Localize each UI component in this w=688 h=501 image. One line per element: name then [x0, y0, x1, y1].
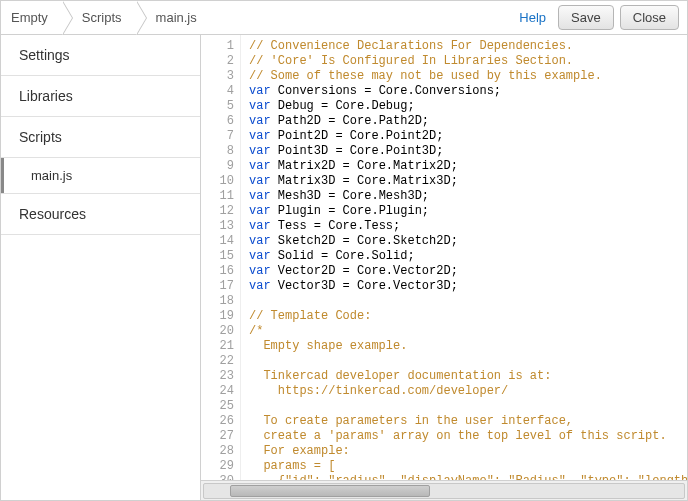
horizontal-scrollbar[interactable] — [201, 480, 687, 500]
line-number: 21 — [201, 339, 234, 354]
body: Settings Libraries Scripts main.js Resou… — [1, 35, 687, 500]
code-line[interactable]: // 'Core' Is Configured In Libraries Sec… — [249, 54, 687, 69]
line-number: 9 — [201, 159, 234, 174]
line-number: 11 — [201, 189, 234, 204]
line-number: 16 — [201, 264, 234, 279]
code-line[interactable]: var Vector3D = Core.Vector3D; — [249, 279, 687, 294]
code-line[interactable]: https://tinkercad.com/developer/ — [249, 384, 687, 399]
line-number: 17 — [201, 279, 234, 294]
code-line[interactable]: var Plugin = Core.Plugin; — [249, 204, 687, 219]
sidebar-item-settings[interactable]: Settings — [1, 35, 200, 76]
code-line[interactable]: var Conversions = Core.Conversions; — [249, 84, 687, 99]
code-line[interactable]: Tinkercad developer documentation is at: — [249, 369, 687, 384]
line-number: 5 — [201, 99, 234, 114]
line-number: 12 — [201, 204, 234, 219]
code-line[interactable]: var Vector2D = Core.Vector2D; — [249, 264, 687, 279]
breadcrumb-item[interactable]: main.js — [136, 1, 211, 34]
code-line[interactable]: var Matrix3D = Core.Matrix3D; — [249, 174, 687, 189]
line-number: 28 — [201, 444, 234, 459]
line-number: 25 — [201, 399, 234, 414]
code-editor: 1234567891011121314151617181920212223242… — [201, 35, 687, 500]
code-content[interactable]: // Convenience Declarations For Dependen… — [241, 35, 687, 480]
code-line[interactable] — [249, 354, 687, 369]
line-number: 18 — [201, 294, 234, 309]
line-number: 4 — [201, 84, 234, 99]
sidebar-item-scripts[interactable]: Scripts — [1, 117, 200, 158]
code-line[interactable]: // Template Code: — [249, 309, 687, 324]
sidebar-item-resources[interactable]: Resources — [1, 194, 200, 235]
code-area: 1234567891011121314151617181920212223242… — [201, 35, 687, 480]
code-line[interactable]: var Point2D = Core.Point2D; — [249, 129, 687, 144]
help-link[interactable]: Help — [519, 10, 546, 25]
line-number: 2 — [201, 54, 234, 69]
code-line[interactable] — [249, 294, 687, 309]
line-number: 13 — [201, 219, 234, 234]
code-line[interactable]: var Sketch2D = Core.Sketch2D; — [249, 234, 687, 249]
line-number: 6 — [201, 114, 234, 129]
scrollbar-track[interactable] — [203, 483, 685, 499]
line-number: 20 — [201, 324, 234, 339]
breadcrumb-item[interactable]: Scripts — [62, 1, 136, 34]
line-number: 19 — [201, 309, 234, 324]
code-line[interactable]: var Mesh3D = Core.Mesh3D; — [249, 189, 687, 204]
line-number: 1 — [201, 39, 234, 54]
app-window: Empty Scripts main.js Help Save Close Se… — [0, 0, 688, 501]
scrollbar-thumb[interactable] — [230, 485, 430, 497]
code-line[interactable]: /* — [249, 324, 687, 339]
sidebar-item-libraries[interactable]: Libraries — [1, 76, 200, 117]
line-number: 8 — [201, 144, 234, 159]
code-line[interactable]: create a 'params' array on the top level… — [249, 429, 687, 444]
close-button[interactable]: Close — [620, 5, 679, 30]
code-line[interactable]: var Matrix2D = Core.Matrix2D; — [249, 159, 687, 174]
code-line[interactable]: For example: — [249, 444, 687, 459]
code-line[interactable]: var Path2D = Core.Path2D; — [249, 114, 687, 129]
line-number: 7 — [201, 129, 234, 144]
line-number: 10 — [201, 174, 234, 189]
code-line[interactable]: var Point3D = Core.Point3D; — [249, 144, 687, 159]
code-line[interactable]: var Debug = Core.Debug; — [249, 99, 687, 114]
line-gutter: 1234567891011121314151617181920212223242… — [201, 35, 241, 480]
code-line[interactable]: var Solid = Core.Solid; — [249, 249, 687, 264]
code-line[interactable]: var Tess = Core.Tess; — [249, 219, 687, 234]
code-line[interactable]: params = [ — [249, 459, 687, 474]
sidebar-subitem-mainjs[interactable]: main.js — [1, 158, 200, 194]
save-button[interactable]: Save — [558, 5, 614, 30]
line-number: 3 — [201, 69, 234, 84]
line-number: 29 — [201, 459, 234, 474]
line-number: 14 — [201, 234, 234, 249]
line-number: 15 — [201, 249, 234, 264]
code-line[interactable]: Empty shape example. — [249, 339, 687, 354]
line-number: 22 — [201, 354, 234, 369]
code-line[interactable]: To create parameters in the user interfa… — [249, 414, 687, 429]
topbar: Empty Scripts main.js Help Save Close — [1, 1, 687, 35]
line-number: 23 — [201, 369, 234, 384]
action-bar: Help Save Close — [519, 5, 687, 30]
breadcrumb: Empty Scripts main.js — [1, 1, 211, 34]
line-number: 24 — [201, 384, 234, 399]
code-line[interactable]: // Some of these may not be used by this… — [249, 69, 687, 84]
sidebar: Settings Libraries Scripts main.js Resou… — [1, 35, 201, 500]
line-number: 27 — [201, 429, 234, 444]
code-line[interactable]: // Convenience Declarations For Dependen… — [249, 39, 687, 54]
code-line[interactable] — [249, 399, 687, 414]
line-number: 26 — [201, 414, 234, 429]
breadcrumb-item[interactable]: Empty — [1, 1, 62, 34]
